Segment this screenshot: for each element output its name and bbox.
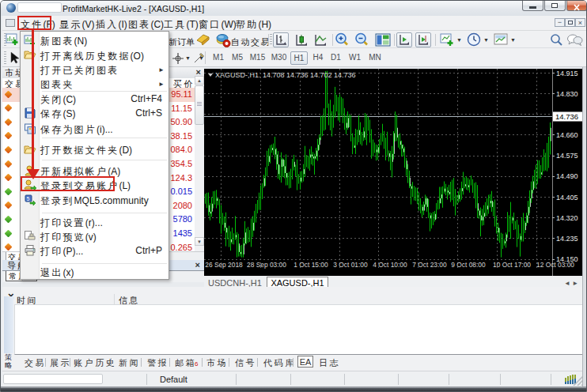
svg-text:XAGUSD-,H1. 14.708 14.736 14.7: XAGUSD-,H1. 14.708 14.736 14.702 14.736: [215, 71, 356, 79]
svg-text:14.830: 14.830: [556, 90, 578, 98]
svg-text:26 Sep 2018: 26 Sep 2018: [205, 261, 243, 269]
svg-text:1 Oct 15:00: 1 Oct 15:00: [294, 261, 328, 269]
svg-text:12 Oct 03:00: 12 Oct 03:00: [536, 261, 574, 269]
svg-text:14.235: 14.235: [556, 235, 578, 243]
svg-text:3 Oct 01:00: 3 Oct 01:00: [333, 261, 368, 269]
svg-text:28 Sep 03:00: 28 Sep 03:00: [247, 261, 286, 269]
svg-text:14.405: 14.405: [556, 194, 578, 202]
svg-text:14.575: 14.575: [556, 152, 578, 160]
svg-text:7 Oct 23:00: 7 Oct 23:00: [412, 261, 447, 269]
svg-text:5: 5: [27, 196, 30, 202]
svg-text:14.736: 14.736: [555, 112, 578, 121]
svg-text:10 Oct 17:00: 10 Oct 17:00: [493, 261, 531, 269]
svg-text:14.915: 14.915: [556, 70, 578, 77]
svg-text:9 Oct 08:00: 9 Oct 08:00: [451, 261, 486, 269]
svg-text:14.320: 14.320: [556, 214, 578, 222]
svg-text:14.660: 14.660: [556, 131, 578, 139]
svg-text:14.490: 14.490: [556, 172, 578, 180]
svg-text:4 Oct 10:00: 4 Oct 10:00: [373, 261, 407, 269]
